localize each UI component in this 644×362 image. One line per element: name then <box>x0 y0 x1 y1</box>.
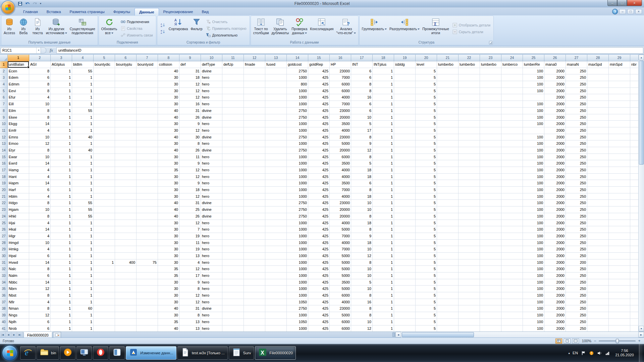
cell-r18c3[interactable]: 1 <box>51 174 72 180</box>
cell-r29c22[interactable] <box>459 246 480 253</box>
cell-r13c10[interactable]: hero <box>201 140 222 147</box>
cell-r13c13[interactable] <box>265 140 287 147</box>
cell-r12c20[interactable]: 5 <box>416 134 437 141</box>
cell-r41c8[interactable]: 40 <box>158 325 179 332</box>
cell-r13c23[interactable] <box>480 140 501 147</box>
cell-r19c28[interactable] <box>587 180 609 187</box>
cell-r2c16[interactable]: 23000 <box>330 68 351 75</box>
cell-r2c17[interactable]: 6 <box>351 68 373 75</box>
cell-r33c11[interactable] <box>222 273 244 279</box>
cell-r14c26[interactable]: 2000 <box>544 147 566 154</box>
cell-r5c20[interactable]: 5 <box>416 88 437 95</box>
ribbon-button-big[interactable]: Текст по столбцам <box>252 17 270 40</box>
cell-r16c23[interactable] <box>480 160 501 167</box>
cell-r1c9[interactable]: def <box>179 61 201 68</box>
cell-r5c18[interactable]: 1 <box>373 88 394 95</box>
cell-r41c18[interactable]: 1 <box>373 325 394 332</box>
cell-r6c13[interactable] <box>265 94 287 101</box>
cell-r15c26[interactable]: 2000 <box>544 154 566 161</box>
page-layout-view-button[interactable] <box>564 339 571 344</box>
ribbon-button-big[interactable]: Из других источников <box>45 17 68 40</box>
cell-r37c20[interactable]: 5 <box>416 299 437 306</box>
cell-r6c11[interactable] <box>222 94 244 101</box>
cell-r38c10[interactable]: divine <box>201 305 222 312</box>
cell-r3c15[interactable]: 425 <box>308 74 330 81</box>
cell-r2c21[interactable] <box>437 68 459 75</box>
cell-r13c9[interactable]: 8 <box>179 140 201 147</box>
cell-r5c10[interactable]: hero <box>201 88 222 95</box>
cell-r38c26[interactable]: 2000 <box>544 305 566 312</box>
cell-r5c24[interactable] <box>501 88 523 95</box>
page-break-view-button[interactable] <box>572 339 579 344</box>
cell-r21c13[interactable] <box>265 193 287 200</box>
cell-r27c27[interactable]: 250 <box>566 233 587 240</box>
cell-r3c2[interactable]: 6 <box>29 74 51 81</box>
cell-r34c18[interactable]: 1 <box>373 279 394 286</box>
cell-r33c29[interactable] <box>609 273 630 279</box>
cell-r20c4[interactable]: 1 <box>72 187 94 193</box>
cell-r30c3[interactable]: 1 <box>51 253 72 259</box>
cell-r28c10[interactable]: hero <box>201 240 222 246</box>
cell-r18c11[interactable] <box>222 174 244 180</box>
first-sheet-button[interactable]: |◀ <box>0 332 6 338</box>
taskbar-button[interactable] <box>60 346 75 360</box>
cell-r38c23[interactable] <box>480 305 501 312</box>
cell-r19c5[interactable] <box>94 180 115 187</box>
cell-r13c2[interactable]: 12 <box>29 140 51 147</box>
cell-r14c18[interactable]: 1 <box>373 147 394 154</box>
cell-r29c20[interactable]: 5 <box>416 246 437 253</box>
cell-r27c2[interactable]: 4 <box>29 233 51 240</box>
cell-r30c23[interactable] <box>480 253 501 259</box>
cell-r12c17[interactable]: 8 <box>351 134 373 141</box>
cell-r24c24[interactable] <box>501 213 523 220</box>
cell-r29c10[interactable]: hero <box>201 246 222 253</box>
cell-r36c2[interactable]: 8 <box>29 292 51 299</box>
cell-r1c19[interactable]: isbldg <box>394 61 416 68</box>
cell-r19c26[interactable]: 2000 <box>544 180 566 187</box>
cell-r5c23[interactable] <box>480 88 501 95</box>
cell-r12c16[interactable]: 23000 <box>330 134 351 141</box>
cell-r15c5[interactable] <box>94 154 115 161</box>
cell-r5c6[interactable] <box>115 88 137 95</box>
cell-r5c17[interactable]: 8 <box>351 88 373 95</box>
cell-r28c2[interactable]: 10 <box>29 240 51 246</box>
cell-r15c20[interactable]: 5 <box>416 154 437 161</box>
dialog-launcher-icon[interactable] <box>489 41 493 45</box>
cell-r21c20[interactable]: 5 <box>416 193 437 200</box>
cell-r40c22[interactable] <box>459 319 480 325</box>
cell-r4c17[interactable]: 8 <box>351 81 373 88</box>
cell-r1c26[interactable]: mana0 <box>544 61 566 68</box>
cell-r34c17[interactable]: 5 <box>351 279 373 286</box>
cell-r27c21[interactable] <box>437 233 459 240</box>
cell-r10c26[interactable]: 2000 <box>544 121 566 127</box>
cell-r35c24[interactable] <box>501 286 523 292</box>
cell-r12c9[interactable]: 30 <box>179 134 201 141</box>
cell-r27c8[interactable]: 30 <box>158 233 179 240</box>
clock[interactable]: 7:56 21.05.2020 <box>613 349 636 357</box>
cell-r17c29[interactable] <box>609 167 630 174</box>
cell-r17c1[interactable]: Hamg <box>8 167 29 174</box>
cell-r18c20[interactable]: 5 <box>416 174 437 180</box>
cell-r35c28[interactable] <box>587 286 609 292</box>
ribbon-tab-Главная[interactable]: Главная <box>19 8 42 15</box>
cell-r24c30[interactable] <box>630 213 638 220</box>
cell-r13c14[interactable]: 1000 <box>287 140 308 147</box>
cell-r22c6[interactable] <box>115 200 137 206</box>
cell-r9c9[interactable]: 26 <box>179 114 201 121</box>
cell-r34c16[interactable]: 3500 <box>330 279 351 286</box>
hidden-icons-button[interactable]: ▴ <box>568 351 570 355</box>
cell-r9c23[interactable] <box>480 114 501 121</box>
cell-r15c8[interactable]: 30 <box>158 154 179 161</box>
cell-r15c28[interactable] <box>587 154 609 161</box>
cell-r1c25[interactable]: lumberRe <box>523 61 544 68</box>
cell-r14c6[interactable] <box>115 147 137 154</box>
cell-r27c5[interactable] <box>94 233 115 240</box>
cell-r32c8[interactable]: 35 <box>158 266 179 273</box>
cell-r32c2[interactable]: 8 <box>29 266 51 273</box>
cell-r34c2[interactable]: 14 <box>29 279 51 286</box>
cell-r17c2[interactable]: 4 <box>29 167 51 174</box>
cell-r7c19[interactable] <box>394 101 416 108</box>
cell-r1c2[interactable]: AGI <box>29 61 51 68</box>
cell-r17c15[interactable]: 425 <box>308 167 330 174</box>
cell-r39c10[interactable]: hero <box>201 312 222 319</box>
